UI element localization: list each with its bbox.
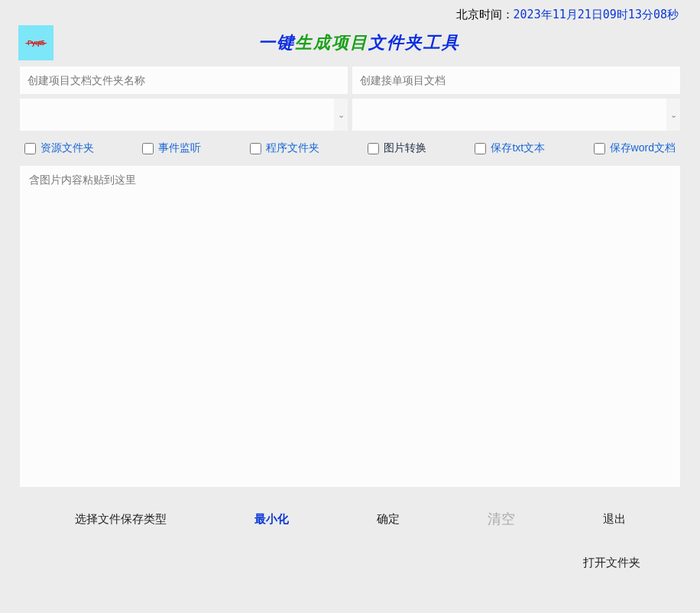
event-listener-checkbox-box[interactable]	[142, 143, 154, 154]
resource-folder-checkbox[interactable]: 资源文件夹	[24, 141, 94, 155]
title-row: -Pyqt5- 一键生成项目文件夹工具	[18, 25, 700, 60]
order-combo[interactable]: ⌄	[352, 99, 680, 131]
chevron-down-icon[interactable]: ⌄	[334, 99, 348, 131]
event-listener-checkbox[interactable]: 事件监听	[142, 141, 201, 155]
checkbox-row: 资源文件夹 事件监听 程序文件夹 图片转换 保存txt文本 保存word文档	[0, 131, 700, 161]
time-label: 北京时间：	[456, 8, 514, 21]
image-convert-label: 图片转换	[384, 141, 426, 155]
open-folder-button[interactable]: 打开文件夹	[577, 553, 647, 573]
title-part-3: 文件夹工具	[368, 33, 460, 52]
save-txt-checkbox-box[interactable]	[475, 143, 486, 154]
input-row	[0, 66, 700, 94]
order-doc-name-input[interactable]	[352, 66, 680, 94]
confirm-button[interactable]: 确定	[371, 509, 406, 530]
choose-save-type-button[interactable]: 选择文件保存类型	[69, 509, 173, 530]
image-convert-checkbox[interactable]: 图片转换	[368, 141, 426, 155]
save-word-checkbox-box[interactable]	[594, 143, 605, 154]
program-folder-label: 程序文件夹	[266, 141, 319, 155]
order-combo-field[interactable]	[352, 99, 666, 131]
save-txt-checkbox[interactable]: 保存txt文本	[475, 141, 545, 155]
clear-button[interactable]: 清空	[481, 507, 521, 531]
save-txt-label: 保存txt文本	[491, 141, 545, 155]
save-word-checkbox[interactable]: 保存word文档	[594, 141, 676, 155]
chevron-down-icon[interactable]: ⌄	[666, 99, 680, 131]
time-value: 2023年11月21日09时13分08秒	[514, 8, 679, 21]
app-title: 一键生成项目文件夹工具	[53, 31, 700, 54]
resource-folder-checkbox-box[interactable]	[24, 143, 36, 154]
title-part-1: 一键	[258, 33, 295, 52]
exit-button[interactable]: 退出	[597, 509, 632, 530]
title-part-2: 生成项目	[295, 33, 368, 52]
time-bar: 北京时间：2023年11月21日09时13分08秒	[0, 0, 700, 22]
content-textarea[interactable]	[20, 166, 680, 487]
save-word-label: 保存word文档	[610, 141, 676, 155]
project-doc-name-input[interactable]	[20, 66, 348, 94]
project-combo[interactable]: ⌄	[20, 99, 348, 131]
resource-folder-label: 资源文件夹	[41, 141, 94, 155]
image-convert-checkbox-box[interactable]	[368, 143, 379, 154]
buttons-row: 选择文件保存类型 最小化 确定 清空 退出	[0, 490, 700, 531]
project-combo-field[interactable]	[20, 99, 334, 131]
app-logo: -Pyqt5-	[18, 25, 53, 60]
minimize-button[interactable]: 最小化	[248, 509, 295, 530]
textarea-wrap	[0, 161, 700, 490]
program-folder-checkbox-box[interactable]	[250, 143, 261, 154]
combo-row: ⌄ ⌄	[0, 94, 700, 131]
logo-text: -Pyqt5-	[25, 39, 46, 47]
app-window: 北京时间：2023年11月21日09时13分08秒 -Pyqt5- 一键生成项目…	[0, 0, 700, 613]
open-folder-row: 打开文件夹	[0, 531, 700, 573]
event-listener-label: 事件监听	[158, 141, 201, 155]
program-folder-checkbox[interactable]: 程序文件夹	[250, 141, 319, 155]
